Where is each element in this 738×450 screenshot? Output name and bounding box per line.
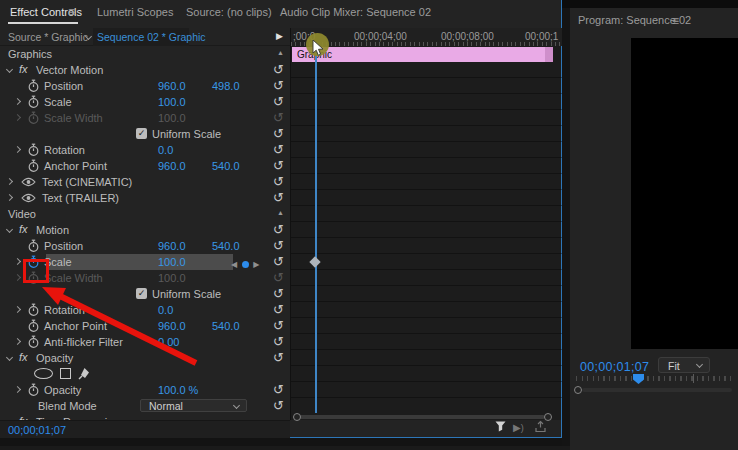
- chevron-down-icon[interactable]: [6, 66, 13, 73]
- stopwatch-icon[interactable]: [27, 159, 40, 175]
- stopwatch-icon[interactable]: [27, 111, 40, 127]
- reset-parameter-icon[interactable]: ↺: [273, 254, 284, 270]
- export-frame-icon[interactable]: [534, 420, 547, 435]
- effect-label[interactable]: Motion: [36, 224, 69, 236]
- param-value[interactable]: 100.0 %: [158, 384, 198, 396]
- sequence-clip-label[interactable]: Sequence 02 * Graphic: [97, 31, 206, 43]
- play-around-icon[interactable]: ▶): [513, 422, 524, 433]
- reset-parameter-icon[interactable]: ↺: [273, 142, 284, 158]
- checkbox-checked[interactable]: ✓: [136, 288, 147, 299]
- reset-parameter-icon[interactable]: ↺: [273, 334, 284, 350]
- param-label[interactable]: Position: [44, 80, 83, 92]
- prev-keyframe-icon[interactable]: ◀: [231, 260, 237, 269]
- stopwatch-icon[interactable]: [27, 335, 40, 351]
- tab-source[interactable]: Source: (no clips): [186, 6, 272, 18]
- param-label[interactable]: Position: [44, 240, 83, 252]
- reset-parameter-icon[interactable]: ↺: [273, 222, 284, 238]
- next-keyframe-icon[interactable]: ▶: [253, 260, 259, 269]
- param-value[interactable]: 540.0: [212, 320, 240, 332]
- reset-parameter-icon[interactable]: ↺: [273, 350, 284, 366]
- timeline-ruler[interactable]: ;00;000;00;04;0000;00;08;0000;00;1: [291, 28, 562, 46]
- ellipse-mask-icon[interactable]: [34, 368, 53, 379]
- param-value[interactable]: 960.0: [158, 80, 186, 92]
- reset-parameter-icon[interactable]: ↺: [273, 62, 284, 78]
- chevron-right-icon[interactable]: [6, 194, 13, 201]
- chevron-right-icon[interactable]: [14, 386, 21, 393]
- program-scroll-track[interactable]: [582, 388, 732, 392]
- param-value[interactable]: 540.0: [212, 240, 240, 252]
- rect-mask-icon[interactable]: [60, 368, 71, 379]
- param-value[interactable]: 960.0: [158, 320, 186, 332]
- program-mini-ruler[interactable]: [576, 376, 734, 381]
- param-label[interactable]: Scale Width: [44, 272, 103, 284]
- chevron-right-icon[interactable]: [14, 114, 21, 121]
- param-label[interactable]: Scale: [44, 96, 72, 108]
- reset-parameter-icon[interactable]: ↺: [273, 270, 284, 286]
- param-label[interactable]: Scale Width: [44, 112, 103, 124]
- eye-icon[interactable]: [21, 177, 36, 189]
- reset-parameter-icon[interactable]: ↺: [273, 398, 284, 414]
- layer-label[interactable]: Text (CINEMATIC): [42, 176, 132, 188]
- param-value[interactable]: 0.00: [158, 336, 179, 348]
- layer-label[interactable]: Text (TRAILER): [42, 192, 119, 204]
- filter-properties-icon[interactable]: [494, 420, 507, 435]
- reset-parameter-icon[interactable]: ↺: [273, 286, 284, 302]
- chevron-right-icon[interactable]: [14, 146, 21, 153]
- add-keyframe-icon[interactable]: [242, 261, 249, 268]
- param-label[interactable]: Anti-flicker Filter: [44, 336, 123, 348]
- fx-badge[interactable]: fx: [19, 223, 28, 235]
- playhead-timecode[interactable]: 00;00;01;07: [8, 424, 66, 436]
- reset-parameter-icon[interactable]: ↺: [273, 238, 284, 254]
- stopwatch-icon[interactable]: [27, 303, 40, 319]
- reset-parameter-icon[interactable]: ↺: [273, 382, 284, 398]
- tab-audio-clip-mixer[interactable]: Audio Clip Mixer: Sequence 02: [280, 6, 431, 18]
- reset-parameter-icon[interactable]: ↺: [273, 190, 284, 206]
- effect-label[interactable]: Opacity: [36, 352, 73, 364]
- param-value[interactable]: 0.0: [158, 304, 173, 316]
- graphic-clip-bar[interactable]: Graphic: [292, 47, 553, 62]
- param-value[interactable]: 100.0: [158, 96, 186, 108]
- fx-badge[interactable]: fx: [19, 63, 28, 75]
- param-value[interactable]: 960.0: [158, 160, 186, 172]
- source-clip-label[interactable]: Source * Graphic: [8, 31, 88, 43]
- chevron-right-icon[interactable]: [14, 306, 21, 313]
- reset-parameter-icon[interactable]: ↺: [273, 126, 284, 142]
- checkbox-checked[interactable]: ✓: [136, 128, 147, 139]
- fx-badge[interactable]: fx: [19, 351, 28, 363]
- chevron-down-icon[interactable]: [6, 226, 13, 233]
- param-value[interactable]: 960.0: [158, 240, 186, 252]
- reset-parameter-icon[interactable]: ↺: [273, 302, 284, 318]
- collapse-section-icon[interactable]: ▲: [277, 209, 284, 216]
- timeline-hscrollbar[interactable]: [297, 415, 545, 419]
- pen-mask-icon[interactable]: [78, 367, 90, 382]
- stopwatch-icon[interactable]: [27, 319, 40, 335]
- panel-menu-icon[interactable]: ≡: [68, 5, 75, 19]
- stopwatch-icon[interactable]: [27, 143, 40, 159]
- reset-parameter-icon[interactable]: ↺: [273, 78, 284, 94]
- param-label[interactable]: Anchor Point: [44, 320, 107, 332]
- param-value[interactable]: 100.0: [158, 256, 186, 268]
- timeline-playhead[interactable]: [315, 46, 317, 413]
- chevron-down-icon[interactable]: [6, 354, 13, 361]
- program-playhead-marker[interactable]: [633, 374, 644, 384]
- param-value[interactable]: 540.0: [212, 160, 240, 172]
- program-timecode[interactable]: 00;00;01;07: [580, 360, 649, 374]
- clip-right-handle[interactable]: [545, 47, 553, 62]
- stopwatch-icon[interactable]: [27, 239, 40, 255]
- chevron-right-icon[interactable]: [14, 258, 21, 265]
- effect-label[interactable]: Vector Motion: [36, 64, 103, 76]
- param-label[interactable]: Rotation: [44, 304, 85, 316]
- reset-parameter-icon[interactable]: ↺: [273, 110, 284, 126]
- reset-parameter-icon[interactable]: ↺: [273, 174, 284, 190]
- stopwatch-icon[interactable]: [27, 383, 40, 399]
- program-panel-menu-icon[interactable]: ≡: [672, 14, 679, 28]
- stopwatch-icon[interactable]: [27, 79, 40, 95]
- zoom-level-dropdown[interactable]: Fit: [658, 357, 710, 373]
- blend-mode-dropdown[interactable]: Normal: [140, 399, 247, 412]
- param-label[interactable]: Opacity: [44, 384, 81, 396]
- chevron-right-icon[interactable]: [14, 274, 21, 281]
- param-value[interactable]: 100.0: [158, 272, 186, 284]
- stopwatch-icon[interactable]: [27, 95, 40, 111]
- collapse-section-icon[interactable]: ▲: [277, 49, 284, 56]
- tab-lumetri-scopes[interactable]: Lumetri Scopes: [97, 6, 173, 18]
